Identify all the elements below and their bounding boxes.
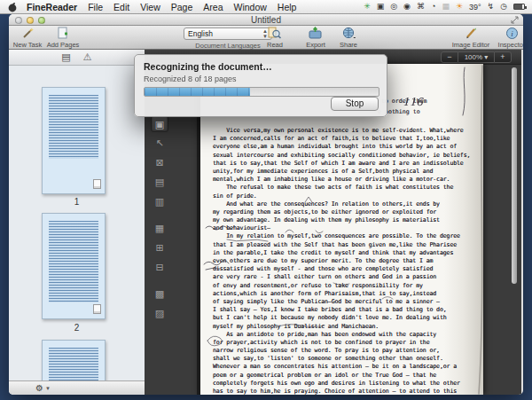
stop-button[interactable]: Stop [331, 97, 379, 111]
close-window-button[interactable] [15, 17, 22, 24]
zoom-window-button[interactable] [38, 17, 45, 24]
language-caption: Document Languages [195, 42, 260, 50]
vertical-scrollbar-thumb[interactable] [512, 67, 517, 284]
share-label: Share [340, 41, 357, 49]
menu-item[interactable]: Window [234, 2, 267, 12]
progress-bar [144, 87, 379, 97]
main-toolbar: New Task Add Pages English ▲▼ Document L… [9, 26, 523, 50]
target-icon[interactable]: ◉ [403, 3, 411, 11]
clock-icon[interactable]: ◷ [500, 3, 507, 11]
menu-item[interactable]: File [88, 2, 103, 12]
new-task-icon [12, 27, 43, 41]
thumbnail-text-preview [49, 95, 98, 159]
export-label: Export [306, 41, 325, 49]
fullscreen-icon[interactable] [511, 16, 519, 24]
copy-icon[interactable]: ▣ [377, 3, 385, 11]
page-status-badge [93, 304, 101, 314]
read-label: Read [267, 41, 283, 49]
menu-items: FileEditViewPageAreaWindowHelp [88, 2, 307, 12]
share-button[interactable]: Share [335, 27, 362, 49]
share-icon [335, 27, 362, 41]
minimize-window-button[interactable] [27, 17, 34, 24]
handwritten-page-number: 116 [403, 96, 424, 108]
image-editor-button[interactable]: Image Editor [449, 27, 493, 49]
area-tool-strip: ▣↖⊠▤▥▦⊞⊟▩▨ [148, 115, 171, 325]
gear-icon[interactable]: ⚙ [35, 383, 43, 393]
page-number-label: 1 [9, 197, 145, 207]
language-select[interactable]: English ▲▼ [184, 27, 272, 40]
inspector-icon: i [493, 27, 523, 41]
zoom-level-button[interactable]: 100% ▾ [458, 51, 494, 63]
battery-icon[interactable] [513, 4, 525, 10]
pages-sidebar: ▤ ⚠ 1 2 ⚙ ▼ [9, 50, 145, 395]
apple-menu-icon[interactable] [7, 2, 18, 12]
timer-icon[interactable]: ◔ [431, 3, 435, 11]
status-icons: ✳▣◎◉⌘◔▦☀ [364, 3, 463, 11]
menu-bar: FineReader FileEditViewPageAreaWindowHel… [0, 0, 532, 14]
delete-area-tool[interactable]: ⊠ [151, 154, 168, 171]
spaces-icon[interactable]: ▦ [442, 3, 450, 11]
inspector-label: Inspector [498, 41, 523, 49]
thumbnail-text-preview [49, 221, 98, 302]
grid-tool[interactable]: ▨ [151, 305, 168, 322]
merge-cells-tool[interactable]: ▩ [151, 286, 168, 302]
zoom-out-button[interactable]: − [441, 51, 458, 63]
select-tool[interactable]: ↖ [151, 135, 168, 152]
gear-dropdown-arrow-icon[interactable]: ▼ [45, 386, 51, 391]
dialog-title: Recognizing the document… [144, 61, 272, 72]
menu-item[interactable]: Page [171, 2, 193, 12]
menu-item[interactable]: Help [278, 2, 297, 12]
draw-area-tool[interactable]: ▣ [151, 115, 168, 132]
warnings-view-icon[interactable]: ⚠ [83, 51, 92, 63]
pages-view-icon[interactable]: ▤ [61, 51, 70, 63]
status-icons-right: ↯◷ [488, 3, 507, 11]
rss-icon[interactable]: ↯ [488, 3, 495, 11]
page-number-label: 2 [9, 323, 145, 333]
finereader-window: Untitled New Task Add Pages English ▲▼ D… [9, 14, 523, 395]
table-area-tool[interactable]: ▦ [151, 220, 168, 237]
page-thumbnail-3[interactable] [42, 340, 106, 380]
new-task-label: New Task [13, 41, 42, 49]
help-icon[interactable]: ◎ [390, 3, 397, 11]
progress-bar-fill [145, 88, 250, 96]
sidebar-footer: ⚙ ▼ [9, 380, 145, 395]
read-button[interactable]: Read [262, 27, 287, 49]
weather-icon[interactable]: ☀ [456, 3, 463, 11]
page-status-badge [93, 179, 101, 189]
dialog-status-text: Recognized 8 of 18 pages [144, 75, 237, 83]
menu-item[interactable]: Area [203, 2, 223, 12]
image-editor-icon [449, 27, 493, 41]
window-title: Untitled [251, 15, 281, 25]
sidebar-header: ▤ ⚠ [9, 50, 145, 66]
image-area-tool[interactable]: ▥ [151, 193, 168, 210]
language-value: English [188, 28, 213, 40]
text-area-tool[interactable]: ▤ [151, 174, 168, 191]
thumbnail-list: 1 2 [9, 66, 145, 380]
split-cells-tool[interactable]: ⊟ [151, 259, 168, 276]
export-icon [301, 27, 330, 41]
thumbnail-text-preview [49, 348, 98, 380]
image-editor-label: Image Editor [452, 41, 490, 49]
title-bar: Untitled [9, 14, 523, 26]
keychain-icon[interactable]: ⌘ [417, 3, 425, 11]
inspector-button[interactable]: i Inspector [493, 27, 523, 49]
add-pages-label: Add Pages [47, 41, 80, 49]
page-thumbnail-2[interactable] [42, 213, 106, 319]
read-icon [262, 27, 287, 41]
zoom-control: − 100% ▾ + [441, 51, 512, 63]
export-button[interactable]: Export [301, 27, 330, 49]
page-thumbnail-1[interactable] [42, 87, 106, 194]
add-pages-icon [46, 27, 80, 41]
recognition-progress-dialog: Recognizing the document… Recognized 8 o… [134, 54, 387, 117]
temperature-readout: 39° [469, 3, 481, 12]
menu-item[interactable]: Edit [113, 2, 129, 12]
zoom-in-button[interactable]: + [494, 51, 512, 63]
app-menu[interactable]: FineReader [27, 2, 77, 12]
add-row-tool[interactable]: ⊞ [151, 239, 168, 256]
updater-icon[interactable]: ✳ [364, 3, 371, 11]
menu-item[interactable]: View [140, 2, 160, 12]
new-task-button[interactable]: New Task [12, 27, 43, 49]
add-pages-button[interactable]: Add Pages [46, 27, 80, 49]
